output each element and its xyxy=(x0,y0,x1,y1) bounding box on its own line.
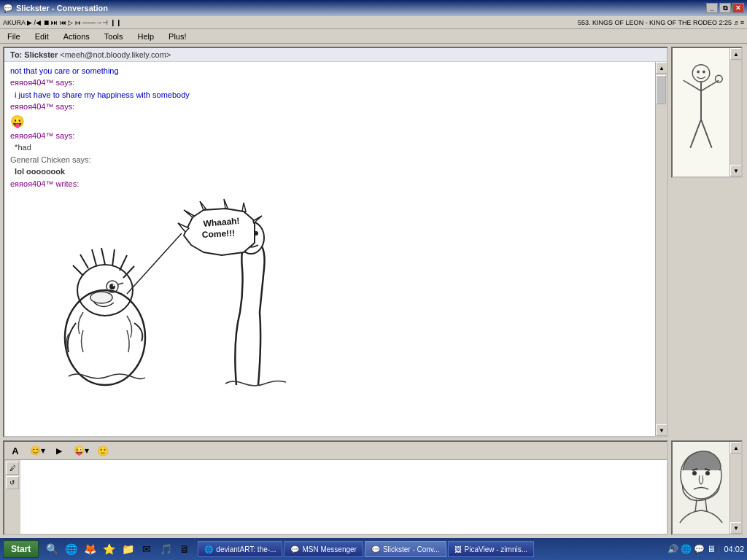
tray-icons: 🔊 🌐 💬 🖥 xyxy=(667,544,716,554)
svg-point-49 xyxy=(703,70,705,73)
message-line: i just have to share my happiness with s… xyxy=(10,90,649,101)
menu-help[interactable]: Help xyxy=(133,31,158,42)
taskbar-quick-icons: 🔍 🌐 🦊 ⭐ 📁 ✉ 🎵 🖥 xyxy=(43,540,193,558)
minimize-button[interactable]: _ xyxy=(706,3,718,13)
close-button[interactable]: ✕ xyxy=(732,3,744,13)
restore-button[interactable]: ⧉ xyxy=(719,3,731,13)
avatar-bottom-scroll-down[interactable]: ▼ xyxy=(730,522,742,534)
message-line: not that you care or something xyxy=(10,66,649,77)
avatar-bottom-container: ▲ ▼ xyxy=(671,440,743,535)
smiley-dropdown[interactable]: 😊▾ xyxy=(26,443,48,458)
title-bar-controls: _ ⧉ ✕ xyxy=(706,3,744,13)
tray-icon-1: 🔊 xyxy=(667,544,678,554)
msg-emoji-1: 😛 xyxy=(10,115,25,128)
msg-sender-4: General Chicken says: xyxy=(10,155,91,164)
start-button[interactable]: Start xyxy=(3,540,39,558)
scroll-track[interactable] xyxy=(656,74,667,424)
avatar-top-scrollbar[interactable]: ▲ ▼ xyxy=(729,48,741,176)
title-bar-left: 💬 Slickster - Conversation xyxy=(3,4,108,13)
menu-edit[interactable]: Edit xyxy=(31,31,53,42)
taskbar-item-slickster[interactable]: 💬 Slickster - Conv... xyxy=(365,541,446,557)
avatar-scroll-down[interactable]: ▼ xyxy=(730,165,742,176)
taskbar-item-deviantart[interactable]: 🌐 deviantART: the-... xyxy=(198,541,282,557)
taskbar-icon-3[interactable]: 🦊 xyxy=(81,540,98,558)
avatar-top-container: ▲ ▼ xyxy=(671,47,743,178)
chat-messages: not that you care or something eяяoя404™… xyxy=(4,62,655,436)
taskbar-icon-7[interactable]: 🎵 xyxy=(157,540,174,558)
wink-dropdown[interactable]: 😜▾ xyxy=(70,443,92,458)
taskbar: Start 🔍 🌐 🦊 ⭐ 📁 ✉ 🎵 🖥 🌐 deviantART: the-… xyxy=(0,538,747,560)
avatar-bottom-scroll-track xyxy=(730,454,741,522)
emoticon-button[interactable]: 🙂 xyxy=(95,443,111,458)
input-side-icons: 🖊 ↺ xyxy=(4,460,20,534)
chat-section: To: Slickster <meeh@not.bloody.likely.co… xyxy=(3,47,744,438)
message-line: eяяoя404™ writes: xyxy=(10,179,649,190)
input-icon-1: 🖊 xyxy=(6,462,19,475)
message-line: lol oooooook xyxy=(10,166,649,177)
avatar-scroll-track-top xyxy=(730,60,741,165)
svg-point-48 xyxy=(697,70,700,73)
font-button[interactable]: A xyxy=(7,443,23,458)
taskbar-time: 04:02 xyxy=(719,545,744,553)
taskbar-item-picaview[interactable]: 🖼 PicaView - zimnis... xyxy=(448,541,535,557)
svg-text:Come!!!: Come!!! xyxy=(201,228,235,240)
menu-actions[interactable]: Actions xyxy=(59,31,94,42)
main-container: To: Slickster <meeh@not.bloody.likely.co… xyxy=(0,44,747,538)
media-controls: AKURA ▶ /◀ ⏹ ⏭ ⏮ ▷ ↦ ——→⊣ ❙❙ xyxy=(3,19,122,26)
scroll-down-arrow[interactable]: ▼ xyxy=(656,424,667,436)
avatar-bottom-scrollbar[interactable]: ▲ ▼ xyxy=(729,442,741,534)
taskbar-icon-5[interactable]: 📁 xyxy=(119,540,136,558)
message-line: eяяoя404™ says: xyxy=(10,101,649,112)
input-section: A 😊▾ ▶ 😜▾ 🙂 🖊 ↺ xyxy=(3,440,744,535)
scroll-up-arrow[interactable]: ▲ xyxy=(656,62,667,74)
avatar-scroll-up[interactable]: ▲ xyxy=(730,48,742,60)
svg-point-54 xyxy=(692,471,697,475)
msg-text-1: not that you care or something xyxy=(10,66,119,75)
smiley-button[interactable]: 😊▾ xyxy=(26,443,48,458)
avatar-top-svg xyxy=(673,54,729,171)
message-line: General Chicken says: xyxy=(10,155,649,166)
media-info: 553. KINGS OF LEON - KING OF THE RODEO 2… xyxy=(578,19,744,26)
taskbar-icon-4[interactable]: ⭐ xyxy=(100,540,117,558)
recipient-bar: To: Slickster <meeh@not.bloody.likely.co… xyxy=(4,48,667,62)
wink-button[interactable]: 😜▾ xyxy=(70,443,92,458)
comic-sketch-svg: Whaaah! Come!!! xyxy=(10,195,317,392)
avatar-bottom-svg xyxy=(673,443,729,534)
recipient-label: To: xyxy=(10,50,24,59)
menu-tools[interactable]: Tools xyxy=(100,31,128,42)
chat-scrollbar[interactable]: ▲ ▼ xyxy=(655,62,667,436)
message-line: 😛 xyxy=(10,114,649,130)
svg-point-11 xyxy=(113,284,115,286)
taskbar-icon-1[interactable]: 🔍 xyxy=(43,540,61,558)
message-line: eяяoя404™ says: xyxy=(10,131,649,141)
avatar-bottom-scroll-up[interactable]: ▲ xyxy=(730,442,742,454)
taskbar-icon-2[interactable]: 🌐 xyxy=(62,540,80,558)
input-toolbar: A 😊▾ ▶ 😜▾ 🙂 xyxy=(4,442,667,460)
msg-sender-3: eяяoя404™ says: xyxy=(10,131,74,140)
right-panel-top: ▲ ▼ xyxy=(671,47,744,438)
msg-text-2: i just have to share my happiness with s… xyxy=(10,90,190,99)
menu-file[interactable]: File xyxy=(3,31,25,42)
msg-text-3: *had xyxy=(10,143,31,152)
app-icon: 💬 xyxy=(3,4,13,13)
comic-image-container: Whaaah! Come!!! xyxy=(10,195,649,392)
taskbar-icon-6[interactable]: ✉ xyxy=(138,540,155,558)
taskbar-icon-8[interactable]: 🖥 xyxy=(176,540,193,558)
message-line: *had xyxy=(10,142,649,153)
msg-sender-5: eяяoя404™ writes: xyxy=(10,179,79,188)
nudge-button[interactable]: ▶ xyxy=(51,443,67,458)
msg-sender-2: eяяoя404™ says: xyxy=(10,102,74,111)
message-line: eяяoя404™ says: xyxy=(10,77,649,88)
recipient-name: Slickster xyxy=(24,50,58,59)
tray-icon-3: 💬 xyxy=(694,544,705,554)
tray-icon-4: 🖥 xyxy=(707,544,716,554)
taskbar-item-msn[interactable]: 💬 MSN Messenger xyxy=(284,541,363,557)
svg-point-14 xyxy=(90,292,112,303)
taskbar-right: 🔊 🌐 💬 🖥 04:02 xyxy=(667,544,744,554)
menu-plus[interactable]: Plus! xyxy=(164,31,190,42)
tray-icon-2: 🌐 xyxy=(681,544,692,554)
message-input[interactable] xyxy=(20,460,667,534)
avatar-top xyxy=(673,48,729,176)
input-icon-2: ↺ xyxy=(6,476,19,489)
scroll-thumb[interactable] xyxy=(656,75,666,104)
